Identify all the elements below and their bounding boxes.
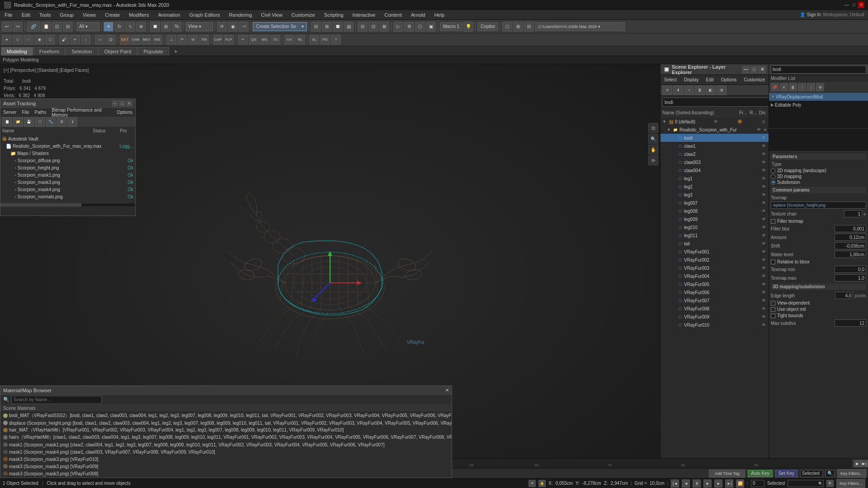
se-filter-btn[interactable]: ✕	[662, 85, 672, 95]
meshsmooth-btn[interactable]: MS	[259, 35, 269, 45]
at-item-maps-folder[interactable]: 📁 Maps / Shaders	[0, 150, 135, 157]
visibility-icon[interactable]: 👁	[760, 249, 767, 255]
mb-close-btn[interactable]: ✕	[445, 388, 449, 393]
se-item-vrayfur003[interactable]: ⬡ VRayFur003 👁	[660, 264, 769, 272]
mod-config-btn[interactable]: ⚙	[816, 83, 824, 91]
menu-interactive[interactable]: Interactive	[348, 10, 380, 19]
view-dependent-check[interactable]: ✓ View-dependent	[771, 300, 866, 305]
weld-btn[interactable]: W	[188, 35, 198, 45]
generate-uv-btn[interactable]: UV	[284, 35, 294, 45]
mb-item-mask1a[interactable]: mask1 (Scorpion_mask1.png) [claw2, claw0…	[0, 441, 452, 448]
named-sel-btn[interactable]: ⊟	[311, 22, 321, 32]
tight-bounds-checkbox[interactable]	[771, 314, 775, 318]
se-sort-btn[interactable]: ⬇	[673, 85, 683, 95]
selected-input[interactable]	[800, 470, 823, 477]
relative-bbox-checkbox[interactable]	[771, 260, 775, 264]
amount-input[interactable]	[835, 234, 866, 241]
mod-down-btn[interactable]: ↓	[807, 83, 815, 91]
mp-item-editable-poly[interactable]: ▶ Editable Poly	[769, 101, 868, 109]
water-level-input[interactable]	[835, 251, 866, 258]
render-preview-btn[interactable]: ▷	[393, 22, 403, 32]
se-menu-customize[interactable]: Customize	[740, 75, 769, 84]
scale-button[interactable]: ⤡	[125, 22, 135, 32]
mirror-btn[interactable]: ⊣	[239, 22, 249, 32]
max-subdivs-input[interactable]	[835, 319, 866, 327]
select-move-button[interactable]: ✛	[104, 22, 113, 32]
maximize-button[interactable]: □	[851, 2, 857, 8]
se-search-input[interactable]	[662, 98, 770, 107]
visibility-icon[interactable]: 👁	[760, 281, 767, 287]
at-menu-file[interactable]: File	[19, 108, 32, 117]
pb-last-btn[interactable]: ►|	[725, 479, 733, 488]
set-key-btn[interactable]: Set Key	[775, 470, 797, 477]
border-mode-btn[interactable]: ○	[24, 35, 33, 45]
menu-file[interactable]: File	[0, 10, 17, 19]
redo-button[interactable]: ↪	[13, 22, 23, 32]
create-selection-btn[interactable]: Create Selection Se ▾	[253, 22, 307, 31]
statusbar-lock-btn[interactable]: 🔒	[538, 480, 546, 487]
visibility-icon[interactable]: 👁	[760, 289, 767, 296]
ribbon-btn[interactable]: ▤	[344, 22, 354, 32]
pb-loop-btn[interactable]: 🔁	[736, 479, 744, 488]
texture-chan-input[interactable]	[844, 210, 862, 217]
se-title-controls[interactable]: — □ ✕	[742, 66, 766, 73]
key-filters-btn2[interactable]: Key Filters...	[836, 479, 865, 488]
mb-item-mask3c[interactable]: mask3 (Scorpion_mask3.png) [VRayFur008]	[0, 470, 452, 477]
visibility-icon[interactable]: 👁	[760, 232, 767, 239]
se-item-leg3[interactable]: ⬡ leg3 👁	[660, 191, 769, 199]
visibility-icon[interactable]: 👁	[760, 175, 767, 182]
se-item-leg008[interactable]: ⬡ leg008 👁	[660, 207, 769, 215]
render-setup-btn[interactable]: ⚙	[404, 22, 414, 32]
help-r-btn[interactable]: ?	[331, 35, 341, 45]
mb-item-mask3a[interactable]: mask3 (Scorpion_mask3.png) [VRayFur010]	[0, 455, 452, 463]
mb-item-mask3b[interactable]: mask3 (Scorpion_mask3.png) [VRayFur009]	[0, 463, 452, 470]
visibility-icon[interactable]: 👁	[760, 216, 767, 222]
sign-in-label[interactable]: Sign In	[807, 12, 821, 17]
tab-more[interactable]: ▸	[171, 47, 181, 56]
align2-btn[interactable]: ⊡	[368, 22, 378, 32]
path-btn[interactable]: C:\Users\MAYA\.s\3ds Max 2020 ▾	[535, 22, 625, 31]
se-item-leg010[interactable]: ⬡ leg010 👁	[660, 223, 769, 231]
target-weld-btn[interactable]: TW	[199, 35, 209, 45]
titlebar-controls[interactable]: — □ ✕	[844, 2, 864, 8]
visibility-icon[interactable]: 👁	[760, 208, 767, 214]
extrude-btn[interactable]: EXT	[120, 35, 130, 45]
auto-key-btn[interactable]: Auto Key	[748, 470, 773, 477]
texmap-min-input[interactable]	[835, 266, 866, 273]
texture-chan-spinner[interactable]: ⬨	[863, 211, 866, 217]
at-item-height[interactable]: ▪ Scorpion_height.png Ok	[0, 164, 135, 171]
select-object-button[interactable]: 🔗	[27, 22, 40, 32]
se-item-bodi[interactable]: ⬡ bodi 👁	[660, 134, 769, 142]
mb-item-bodi-mat[interactable]: bodi_MAT（VRayFastSSS2）[bodi, claw1, claw…	[0, 412, 452, 419]
align-btn[interactable]: ⊟	[358, 22, 368, 32]
tl-next-btn[interactable]: ▶|	[861, 460, 868, 467]
menu-graph-editors[interactable]: Graph Editors	[185, 10, 225, 19]
ring-sel-btn[interactable]: ⊙	[106, 35, 116, 45]
polygon-mode-btn[interactable]: ●	[2, 35, 12, 45]
render-frame-btn[interactable]: ▣	[426, 22, 436, 32]
se-item-leg1[interactable]: ⬡ leg1 👁	[660, 174, 769, 183]
visibility-icon[interactable]: 👁	[760, 167, 767, 174]
macro-btn[interactable]: Macro 1	[440, 22, 462, 31]
bevel-btn[interactable]: BEV	[142, 35, 151, 45]
pivot-btn[interactable]: ◉	[228, 22, 238, 32]
menu-views[interactable]: Views	[78, 10, 100, 19]
quickslice-btn[interactable]: QS	[249, 35, 259, 45]
mod-up-btn[interactable]: ↑	[798, 83, 806, 91]
insert-btn[interactable]: INS	[152, 35, 162, 45]
view-dropdown[interactable]: View ▾	[186, 22, 213, 31]
visibility-icon[interactable]: 👁	[760, 200, 767, 206]
se-item-vrayfur008[interactable]: ⬡ VRayFur008 👁	[660, 305, 769, 313]
edge-length-input[interactable]	[835, 292, 853, 299]
se-item-vrayfur001[interactable]: ⬡ VRayFur001 👁	[660, 248, 769, 256]
at-minimize-btn[interactable]: —	[112, 100, 118, 107]
type-2d-radio[interactable]: 2D mapping (landscape)	[771, 168, 866, 173]
loop-sel-btn[interactable]: ↔	[95, 35, 105, 45]
menu-content[interactable]: Content	[380, 10, 406, 19]
se-item-claw2[interactable]: ⬡ claw2 👁	[660, 150, 769, 158]
layer-mgr-btn[interactable]: ⊞	[322, 22, 332, 32]
visibility-icon[interactable]: 👁	[760, 135, 767, 141]
menu-modifiers[interactable]: Modifiers	[124, 10, 154, 19]
menu-animation[interactable]: Animation	[154, 10, 185, 19]
mb-item-hairs[interactable]: hairs（VRayHairMtl）[claw1, claw2, claw003…	[0, 434, 452, 441]
